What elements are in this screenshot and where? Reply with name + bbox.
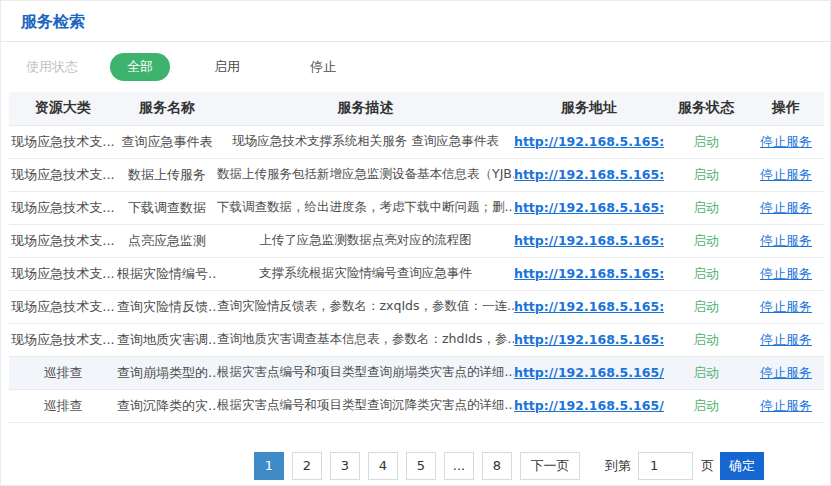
status-running-text: 启动	[693, 134, 719, 149]
column-header: 服务描述	[217, 92, 514, 125]
status-running-text: 启动	[693, 398, 719, 413]
category-cell: 现场应急技术支...	[9, 125, 117, 158]
goto-page-input[interactable]	[638, 452, 693, 480]
page-button[interactable]: 2	[292, 452, 322, 480]
action-cell: 停止服务	[748, 389, 824, 422]
service-url-link[interactable]: http://192.168.5.165:88...	[514, 233, 664, 248]
service-url-cell: http://192.168.5.165:88...	[514, 257, 664, 290]
category-cell: 现场应急技术支...	[9, 290, 117, 323]
confirm-button[interactable]: 确定	[720, 452, 764, 480]
action-cell: 停止服务	[748, 290, 824, 323]
service-desc-cell: 上传了应急监测数据点亮对应的流程图	[217, 224, 514, 257]
page-button[interactable]: 8	[482, 452, 512, 480]
service-url-link[interactable]: http://192.168.5.165:88...	[514, 200, 664, 215]
service-table: 资源大类服务名称服务描述服务地址服务状态操作 现场应急技术支... 查询应急事件…	[9, 92, 824, 423]
stop-service-link[interactable]: 停止服务	[760, 332, 812, 347]
service-status-cell: 启动	[664, 389, 748, 422]
stop-service-link[interactable]: 停止服务	[760, 365, 812, 380]
stop-service-link[interactable]: 停止服务	[760, 200, 812, 215]
service-desc-cell: 查询地质灾害调查基本信息表，参数名：zhdIds，参...	[217, 323, 514, 356]
category-cell: 现场应急技术支...	[9, 224, 117, 257]
status-running-text: 启动	[693, 233, 719, 248]
service-status-cell: 启动	[664, 224, 748, 257]
category-cell: 现场应急技术支...	[9, 191, 117, 224]
usage-status-label: 使用状态	[26, 58, 78, 76]
action-cell: 停止服务	[748, 224, 824, 257]
filter-option-stopped[interactable]: 停止	[296, 53, 350, 81]
column-header: 服务名称	[117, 92, 217, 125]
filter-option-enabled[interactable]: 启用	[200, 53, 254, 81]
page-button[interactable]: ...	[444, 452, 474, 480]
next-page-button[interactable]: 下一页	[520, 452, 580, 480]
service-url-cell: http://192.168.5.165:88...	[514, 191, 664, 224]
action-cell: 停止服务	[748, 356, 824, 389]
service-name-cell: 查询灾险情反馈...	[117, 290, 217, 323]
table-row: 现场应急技术支... 查询地质灾害调... 查询地质灾害调查基本信息表，参数名：…	[9, 323, 824, 356]
service-name-cell: 查询崩塌类型的...	[117, 356, 217, 389]
status-running-text: 启动	[693, 200, 719, 215]
status-running-text: 启动	[693, 266, 719, 281]
table-row: 现场应急技术支... 点亮应急监测 上传了应急监测数据点亮对应的流程图 http…	[9, 224, 824, 257]
service-url-link[interactable]: http://192.168.5.165/ys...	[514, 365, 664, 380]
filter-option-all[interactable]: 全部	[110, 53, 170, 81]
service-search-panel: 服务检索 使用状态 全部启用停止 资源大类服务名称服务描述服务地址服务状态操作 …	[0, 0, 831, 486]
pagination: 12345...8 下一页 到第 页 确定	[1, 452, 830, 480]
page-buttons: 12345...8	[254, 452, 520, 480]
category-cell: 现场应急技术支...	[9, 323, 117, 356]
page-title: 服务检索	[1, 1, 830, 41]
service-name-cell: 下载调查数据	[117, 191, 217, 224]
service-status-cell: 启动	[664, 125, 748, 158]
page-button[interactable]: 5	[406, 452, 436, 480]
stop-service-link[interactable]: 停止服务	[760, 134, 812, 149]
table-row: 现场应急技术支... 根据灾险情编号... 支撑系统根据灾险情编号查询应急事件 …	[9, 257, 824, 290]
column-header: 服务地址	[514, 92, 664, 125]
action-cell: 停止服务	[748, 191, 824, 224]
column-header: 资源大类	[9, 92, 117, 125]
filter-options: 全部启用停止	[110, 53, 392, 81]
category-cell: 巡排查	[9, 356, 117, 389]
stop-service-link[interactable]: 停止服务	[760, 398, 812, 413]
service-desc-cell: 数据上传服务包括新增应急监测设备基本信息表（YJB...	[217, 158, 514, 191]
table-row: 现场应急技术支... 数据上传服务 数据上传服务包括新增应急监测设备基本信息表（…	[9, 158, 824, 191]
service-name-cell: 点亮应急监测	[117, 224, 217, 257]
action-cell: 停止服务	[748, 158, 824, 191]
page-button[interactable]: 4	[368, 452, 398, 480]
table-row: 现场应急技术支... 下载调查数据 下载调查数据，给出进度条，考虑下载中断问题；…	[9, 191, 824, 224]
service-url-cell: http://192.168.5.165:88...	[514, 158, 664, 191]
table-row: 现场应急技术支... 查询应急事件表 现场应急技术支撑系统相关服务 查询应急事件…	[9, 125, 824, 158]
service-url-link[interactable]: http://192.168.5.165/ys...	[514, 398, 664, 413]
service-status-cell: 启动	[664, 323, 748, 356]
service-desc-cell: 下载调查数据，给出进度条，考虑下载中断问题；删...	[217, 191, 514, 224]
stop-service-link[interactable]: 停止服务	[760, 299, 812, 314]
service-name-cell: 查询应急事件表	[117, 125, 217, 158]
service-url-cell: http://192.168.5.165:88...	[514, 323, 664, 356]
category-cell: 现场应急技术支...	[9, 158, 117, 191]
action-cell: 停止服务	[748, 323, 824, 356]
service-status-cell: 启动	[664, 356, 748, 389]
service-url-cell: http://192.168.5.165:88...	[514, 125, 664, 158]
service-name-cell: 数据上传服务	[117, 158, 217, 191]
stop-service-link[interactable]: 停止服务	[760, 266, 812, 281]
column-header: 服务状态	[664, 92, 748, 125]
service-url-link[interactable]: http://192.168.5.165:88...	[514, 299, 664, 314]
column-header: 操作	[748, 92, 824, 125]
service-url-link[interactable]: http://192.168.5.165:88...	[514, 332, 664, 347]
table-row: 巡排查 查询崩塌类型的... 根据灾害点编号和项目类型查询崩塌类灾害点的详细..…	[9, 356, 824, 389]
page-button-active[interactable]: 1	[254, 452, 284, 480]
page-button[interactable]: 3	[330, 452, 360, 480]
table-header-row: 资源大类服务名称服务描述服务地址服务状态操作	[9, 92, 824, 125]
service-name-cell: 根据灾险情编号...	[117, 257, 217, 290]
action-cell: 停止服务	[748, 257, 824, 290]
service-url-link[interactable]: http://192.168.5.165:88...	[514, 167, 664, 182]
service-url-link[interactable]: http://192.168.5.165:88...	[514, 266, 664, 281]
status-running-text: 启动	[693, 167, 719, 182]
stop-service-link[interactable]: 停止服务	[760, 233, 812, 248]
service-url-link[interactable]: http://192.168.5.165:88...	[514, 134, 664, 149]
status-running-text: 启动	[693, 365, 719, 380]
goto-page-suffix: 页	[701, 457, 714, 475]
service-desc-cell: 现场应急技术支撑系统相关服务 查询应急事件表	[217, 125, 514, 158]
service-desc-cell: 查询灾险情反馈表，参数名：zxqIds，参数值：一连...	[217, 290, 514, 323]
stop-service-link[interactable]: 停止服务	[760, 167, 812, 182]
table-row: 巡排查 查询沉降类的灾... 根据灾害点编号和项目类型查询沉降类灾害点的详细..…	[9, 389, 824, 422]
service-url-cell: http://192.168.5.165:88...	[514, 224, 664, 257]
